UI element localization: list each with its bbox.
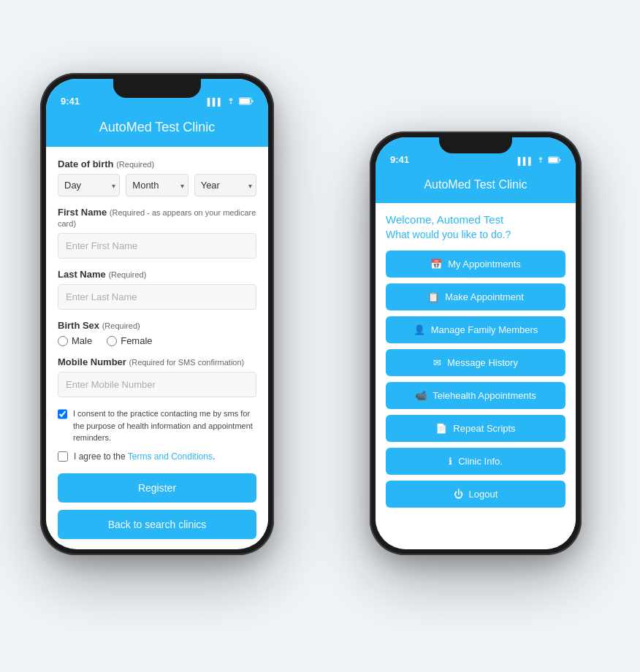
consent-text: I consent to the practice contacting me … — [73, 408, 256, 444]
menu-label-0: My Appointments — [448, 259, 521, 270]
back-to-search-button[interactable]: Back to search clinics — [58, 510, 256, 539]
status-icons-right: ▌▌▌ — [518, 156, 561, 165]
first-name-section: First Name (Required - as appears on you… — [58, 207, 256, 259]
menu-item-3[interactable]: ✉Message History — [386, 349, 565, 376]
phone-right-inner: 9:41 ▌▌▌ — [376, 137, 576, 549]
menu-icon-5: 📄 — [435, 423, 447, 434]
wifi-icon — [226, 98, 236, 107]
form-content: Date of birth (Required) Day Month — [46, 147, 268, 544]
svg-rect-1 — [240, 99, 250, 104]
phone-left: 9:41 ▌▌▌ — [40, 73, 274, 555]
svg-rect-3 — [549, 158, 558, 162]
terms-row: I agree to the Terms and Conditions. — [58, 451, 256, 462]
year-select-wrap: Year — [194, 174, 256, 196]
female-option[interactable]: Female — [107, 335, 152, 346]
menu-item-0[interactable]: 📅My Appointments — [386, 251, 565, 278]
status-icons-left: ▌▌▌ — [207, 97, 254, 107]
first-name-input[interactable] — [58, 233, 256, 259]
birth-sex-section: Birth Sex (Required) Male Female — [58, 320, 256, 346]
app-header-left: AutoMed Test Clinic — [46, 111, 268, 147]
menu-label-1: Make Appointment — [445, 291, 524, 302]
notch-right — [439, 137, 512, 153]
mobile-section: Mobile Number (Required for SMS confirma… — [58, 356, 256, 397]
menu-icon-2: 👤 — [414, 324, 425, 335]
menu-icon-3: ✉ — [433, 357, 441, 368]
menu-item-5[interactable]: 📄Repeat Scripts — [386, 415, 565, 442]
phone-right: 9:41 ▌▌▌ — [370, 131, 582, 555]
menu-label-7: Logout — [469, 489, 498, 500]
battery-icon-right — [548, 156, 561, 165]
menu-list: 📅My Appointments📋Make Appointment👤Manage… — [386, 251, 565, 508]
welcome-name: Welcome, Automed Test — [386, 213, 565, 226]
dob-label: Date of birth (Required) — [58, 159, 256, 169]
welcome-sub: What would you like to do.? — [386, 229, 565, 240]
battery-icon — [239, 97, 254, 107]
register-button[interactable]: Register — [58, 473, 256, 503]
menu-icon-7: ⏻ — [454, 489, 463, 500]
menu-item-1[interactable]: 📋Make Appointment — [386, 283, 565, 310]
menu-icon-0: 📅 — [430, 259, 442, 270]
menu-label-6: Clinic Info. — [458, 456, 503, 467]
notch-left — [113, 79, 201, 98]
menu-item-7[interactable]: ⏻Logout — [386, 481, 565, 508]
menu-icon-6: ℹ — [449, 456, 452, 467]
phone-left-inner: 9:41 ▌▌▌ — [46, 79, 268, 549]
birth-sex-radio-group: Male Female — [58, 335, 256, 346]
menu-item-4[interactable]: 📹Telehealth Appointments — [386, 382, 565, 409]
last-name-input[interactable] — [58, 284, 256, 310]
female-radio[interactable] — [107, 336, 117, 346]
male-label: Male — [72, 335, 92, 346]
day-select-wrap: Day — [58, 174, 120, 196]
menu-icon-4: 📹 — [415, 390, 427, 401]
male-option[interactable]: Male — [58, 335, 92, 346]
mobile-input[interactable] — [58, 372, 256, 397]
time-left: 9:41 — [61, 96, 80, 107]
time-right: 9:41 — [390, 154, 409, 165]
month-select[interactable]: Month — [126, 174, 188, 196]
male-radio[interactable] — [58, 336, 68, 346]
last-name-label: Last Name (Required) — [58, 269, 256, 280]
consent-checkbox[interactable] — [58, 409, 67, 419]
dob-section: Date of birth (Required) Day Month — [58, 159, 256, 196]
birth-sex-label: Birth Sex (Required) — [58, 320, 256, 331]
menu-icon-1: 📋 — [427, 291, 439, 302]
terms-text: I agree to the Terms and Conditions. — [74, 451, 215, 462]
year-select[interactable]: Year — [194, 174, 256, 196]
mobile-label: Mobile Number (Required for SMS confirma… — [58, 356, 256, 367]
last-name-section: Last Name (Required) — [58, 269, 256, 310]
menu-item-2[interactable]: 👤Manage Family Members — [386, 316, 565, 343]
month-select-wrap: Month — [126, 174, 188, 196]
consent-row: I consent to the practice contacting me … — [58, 408, 256, 444]
female-label: Female — [121, 335, 152, 346]
first-name-label: First Name (Required - as appears on you… — [58, 207, 256, 229]
terms-link[interactable]: Terms and Conditions — [128, 451, 213, 462]
dashboard-content: Welcome, Automed Test What would you lik… — [376, 203, 576, 549]
signal-icon: ▌▌▌ — [207, 98, 223, 106]
menu-label-5: Repeat Scripts — [453, 423, 515, 434]
wifi-icon-right — [536, 157, 545, 165]
clinic-name-left: AutoMed Test Clinic — [99, 120, 216, 134]
menu-label-3: Message History — [447, 357, 518, 368]
day-select[interactable]: Day — [58, 174, 120, 196]
menu-item-6[interactable]: ℹClinic Info. — [386, 448, 565, 475]
scene: 9:41 ▌▌▌ — [0, 0, 640, 672]
menu-label-2: Manage Family Members — [431, 324, 538, 335]
clinic-name-right: AutoMed Test Clinic — [424, 178, 527, 191]
terms-checkbox[interactable] — [58, 451, 68, 462]
dob-row: Day Month Year — [58, 174, 256, 196]
signal-icon-right: ▌▌▌ — [518, 157, 533, 165]
menu-label-4: Telehealth Appointments — [433, 390, 536, 401]
app-header-right: AutoMed Test Clinic — [376, 169, 576, 203]
